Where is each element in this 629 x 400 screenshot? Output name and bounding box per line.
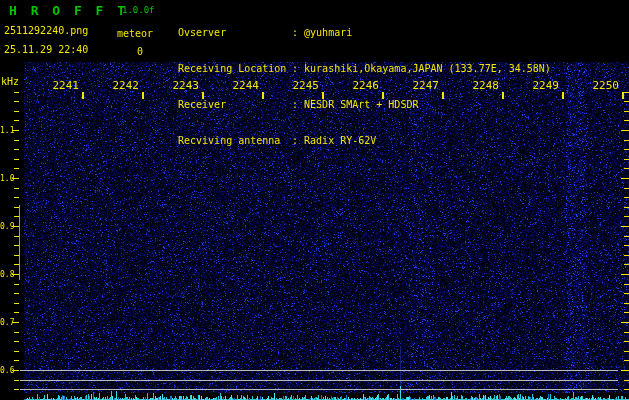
- y-tick-mark-minor-left: [14, 92, 19, 93]
- y-tick-mark-minor-right: [624, 197, 629, 198]
- y-tick-mark-major-left: [12, 178, 19, 179]
- y-tick-mark-minor-left: [14, 168, 19, 169]
- y-tick-mark-minor-left: [14, 284, 19, 285]
- y-tick-mark-major-left: [12, 322, 19, 323]
- y-tick-mark-minor-right: [624, 389, 629, 390]
- y-tick-mark-minor-right: [624, 341, 629, 342]
- info-row: Receiving Location: kurashiki,Okayama,JA…: [178, 63, 551, 75]
- x-tick-mark: [562, 92, 564, 99]
- y-tick-mark-major-left: [12, 226, 19, 227]
- y-tick-mark-major-right: [621, 370, 629, 371]
- y-tick-mark-minor-left: [14, 351, 19, 352]
- x-tick-label: 2248: [469, 79, 499, 92]
- record-datetime: 25.11.29 22:40: [4, 44, 88, 55]
- x-tick-label: 2241: [49, 79, 79, 92]
- y-tick-mark-major-right: [621, 178, 629, 179]
- y-tick-mark-minor-left: [14, 159, 19, 160]
- meteor-count-value: 0: [137, 46, 143, 57]
- info-separator: :: [292, 27, 304, 38]
- x-tick-label: 2246: [349, 79, 379, 92]
- y-tick-mark-major-right: [621, 130, 629, 131]
- x-tick-mark: [322, 92, 324, 99]
- info-value: Radix RY-62V: [304, 135, 376, 146]
- y-tick-mark-major-right: [621, 322, 629, 323]
- info-row: Receiver: NESDR SMArt + HDSDR: [178, 99, 551, 111]
- y-tick-mark-minor-right: [624, 264, 629, 265]
- y-tick-mark-minor-left: [14, 188, 19, 189]
- info-value: @yuhmari: [304, 27, 352, 38]
- y-tick-mark-minor-right: [624, 351, 629, 352]
- x-tick-mark: [82, 92, 84, 99]
- x-tick-mark: [142, 92, 144, 99]
- y-tick-mark-minor-right: [624, 245, 629, 246]
- frequency-axis-unit-label: kHz: [1, 76, 19, 87]
- y-tick-mark-minor-right: [624, 101, 629, 102]
- x-tick-label: 2247: [409, 79, 439, 92]
- y-tick-mark-major-right: [621, 226, 629, 227]
- y-tick-mark-minor-right: [624, 380, 629, 381]
- x-tick-mark: [502, 92, 504, 99]
- y-tick-mark-minor-right: [624, 303, 629, 304]
- y-tick-mark-minor-right: [624, 149, 629, 150]
- y-tick-mark-minor-right: [624, 92, 629, 93]
- y-tick-mark-minor-left: [14, 389, 19, 390]
- y-tick-mark-minor-right: [624, 236, 629, 237]
- y-tick-mark-minor-right: [624, 284, 629, 285]
- info-label: Receiver: [178, 99, 292, 111]
- y-tick-mark-major-left: [12, 274, 19, 275]
- x-tick-mark: [442, 92, 444, 99]
- y-tick-mark-major-left: [12, 370, 19, 371]
- y-tick-mark-minor-right: [624, 140, 629, 141]
- x-tick-label: 2250: [589, 79, 619, 92]
- info-label: Recviving antenna: [178, 135, 292, 147]
- y-tick-mark-minor-left: [14, 312, 19, 313]
- x-tick-mark: [622, 92, 624, 99]
- y-tick-mark-major-left: [12, 130, 19, 131]
- app-version: 1.0.0f: [122, 5, 155, 15]
- output-filename: 2511292240.png: [4, 25, 88, 36]
- x-tick-label: 2249: [529, 79, 559, 92]
- x-tick-mark: [202, 92, 204, 99]
- info-value: kurashiki,Okayama,JAPAN (133.77E, 34.58N…: [304, 63, 551, 74]
- y-tick-mark-major-right: [621, 274, 629, 275]
- y-tick-mark-minor-right: [624, 293, 629, 294]
- y-tick-mark-minor-left: [14, 293, 19, 294]
- y-tick-mark-minor-left: [14, 380, 19, 381]
- x-tick-label: 2243: [169, 79, 199, 92]
- y-tick-mark-minor-left: [14, 140, 19, 141]
- y-tick-mark-minor-left: [14, 360, 19, 361]
- y-tick-mark-minor-right: [624, 216, 629, 217]
- info-separator: :: [292, 135, 304, 146]
- info-separator: :: [292, 99, 304, 110]
- y-tick-mark-minor-left: [14, 111, 19, 112]
- y-tick-mark-minor-right: [624, 332, 629, 333]
- y-tick-mark-minor-right: [624, 168, 629, 169]
- y-tick-mark-minor-left: [14, 332, 19, 333]
- info-value: NESDR SMArt + HDSDR: [304, 99, 418, 110]
- y-tick-mark-minor-right: [624, 207, 629, 208]
- left-scale-bar: [19, 205, 20, 280]
- info-row: Ovserver: @yuhmari: [178, 27, 551, 39]
- reference-line: [20, 380, 618, 381]
- info-label: Ovserver: [178, 27, 292, 39]
- y-tick-mark-minor-left: [14, 101, 19, 102]
- x-tick-label: 2244: [229, 79, 259, 92]
- y-tick-mark-minor-left: [14, 303, 19, 304]
- y-tick-mark-minor-left: [14, 149, 19, 150]
- reference-line: [20, 370, 618, 371]
- y-tick-mark-minor-right: [624, 255, 629, 256]
- y-tick-mark-minor-right: [624, 159, 629, 160]
- y-tick-mark-minor-left: [14, 197, 19, 198]
- y-tick-mark-minor-right: [624, 188, 629, 189]
- y-tick-mark-minor-right: [624, 360, 629, 361]
- app-title: H R O F F T: [9, 3, 128, 18]
- x-tick-mark: [382, 92, 384, 99]
- y-tick-mark-minor-right: [624, 120, 629, 121]
- hrofft-window: H R O F F T 1.0.0f 2511292240.png meteor…: [0, 0, 629, 400]
- x-tick-label: 2242: [109, 79, 139, 92]
- y-tick-mark-minor-right: [624, 111, 629, 112]
- y-tick-mark-minor-left: [14, 341, 19, 342]
- info-row: Recviving antenna: Radix RY-62V: [178, 135, 551, 147]
- info-label: Receiving Location: [178, 63, 292, 75]
- y-tick-mark-minor-right: [624, 312, 629, 313]
